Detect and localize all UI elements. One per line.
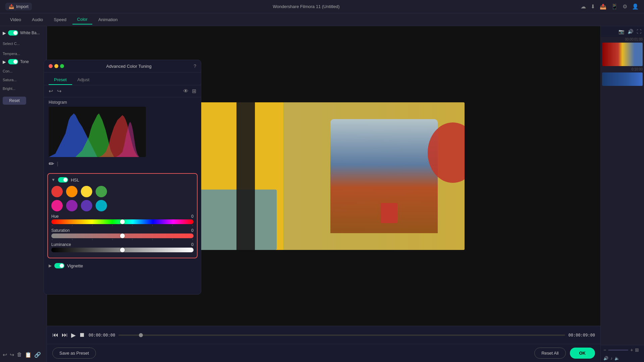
saturation-thumb[interactable] <box>120 234 125 238</box>
tone-expand-icon[interactable]: ▶ <box>3 59 6 64</box>
zoom-out-icon[interactable]: − <box>603 347 606 353</box>
fit-icon[interactable]: ⊞ <box>635 347 639 353</box>
account-icon[interactable]: 👤 <box>632 3 639 10</box>
tone-toggle[interactable] <box>8 59 18 64</box>
copy-icon[interactable]: 📋 <box>25 352 32 358</box>
brush-inactive-icon: | <box>57 161 58 166</box>
cloud-save-icon[interactable]: ☁ <box>581 3 586 10</box>
stop-button[interactable]: ⏹ <box>79 331 85 339</box>
play-button[interactable]: ▶ <box>71 331 76 339</box>
skip-back-button[interactable]: ⏮ <box>52 331 58 339</box>
tone-toggle-row: ▶ Tone <box>3 59 44 64</box>
vignette-chevron-icon[interactable]: ▶ <box>49 263 52 268</box>
download-icon[interactable]: ⬇ <box>591 3 595 10</box>
saturation-ticks <box>51 239 194 240</box>
page-root: 📥 Import Wondershare Filmora 11 (Untitle… <box>0 0 644 362</box>
color-swatches <box>51 186 194 197</box>
close-button[interactable] <box>49 64 53 68</box>
help-icon[interactable]: ? <box>194 63 196 69</box>
scrubber-handle[interactable] <box>139 333 143 337</box>
white-balance-toggle-row: ▶ White Ba... <box>3 30 44 36</box>
luminance-slider-track[interactable] <box>51 248 194 252</box>
maximize-button[interactable] <box>60 64 64 68</box>
reset-all-button[interactable]: Reset All <box>534 348 566 359</box>
redo-toolbar-icon[interactable]: ↪ <box>57 88 61 94</box>
swatch-red[interactable] <box>51 186 63 197</box>
histogram-svg <box>49 107 146 157</box>
import-icon: 📥 <box>9 4 14 9</box>
tab-animation[interactable]: Animation <box>94 15 122 24</box>
white-balance-expand-icon[interactable]: ▶ <box>3 31 6 36</box>
step-back-button[interactable]: ⏭ <box>62 331 68 339</box>
video-frame <box>183 102 465 250</box>
histogram-canvas <box>49 107 146 157</box>
hsl-toggle[interactable] <box>58 177 68 183</box>
audio-icon[interactable]: 🔊 <box>628 29 633 34</box>
zoom-controls: − + ⊞ <box>601 345 644 355</box>
tab-video[interactable]: Video <box>5 15 26 24</box>
fullscreen-icon[interactable]: ⛶ <box>637 29 641 34</box>
hue-slider-track[interactable] <box>51 219 194 224</box>
minimize-button[interactable] <box>54 64 58 68</box>
tab-speed[interactable]: Speed <box>49 15 71 24</box>
reset-button[interactable]: Reset <box>3 97 26 105</box>
undo-icon[interactable]: ↩ <box>3 352 7 358</box>
tab-color[interactable]: Color <box>72 15 92 24</box>
music-icon[interactable]: ♪ <box>610 356 612 361</box>
undo-toolbar-icon[interactable]: ↩ <box>49 88 53 94</box>
saturation-slider-row: Saturation 0 <box>51 228 194 240</box>
tab-audio[interactable]: Audio <box>27 15 48 24</box>
tab-preset[interactable]: Preset <box>49 75 72 85</box>
swatch-pink[interactable] <box>51 200 63 211</box>
tone-label: Tone <box>20 59 29 64</box>
luminance-thumb[interactable] <box>120 248 125 252</box>
hue-slider-label: Hue 0 <box>51 214 194 219</box>
hsl-chevron-icon[interactable]: ▼ <box>51 177 55 182</box>
brush-icon[interactable]: ✏ <box>49 160 54 168</box>
delete-icon[interactable]: 🗑 <box>17 352 22 358</box>
vignette-toggle[interactable] <box>54 263 64 268</box>
swatch-green[interactable] <box>96 186 107 197</box>
swatch-blue-purple[interactable] <box>81 200 92 211</box>
save-as-preset-button[interactable]: Save as Preset <box>52 348 96 359</box>
color-swatches-row2 <box>51 200 194 211</box>
video-lamp <box>236 102 255 250</box>
dialog-title: Advanced Color Tuning <box>67 64 191 69</box>
vignette-label: Vignette <box>67 263 83 268</box>
hue-thumb[interactable] <box>120 219 125 224</box>
preview-icon[interactable]: 👁 <box>183 88 189 94</box>
left-panel: ▶ White Ba... Select C... Tempera... ▶ T… <box>0 26 47 362</box>
temperature-label: Tempera... <box>3 52 44 56</box>
ok-button[interactable]: OK <box>570 348 595 359</box>
link-icon[interactable]: 🔗 <box>34 352 41 358</box>
swatch-cyan[interactable] <box>96 200 107 211</box>
timeline-scrubber[interactable] <box>118 334 565 336</box>
saturation-label: Satura... <box>3 78 44 82</box>
zoom-slider[interactable] <box>608 350 628 351</box>
brightness-label: Bright... <box>3 87 44 91</box>
settings-icon[interactable]: ⚙ <box>623 3 627 10</box>
compare-icon[interactable]: ⊞ <box>192 88 196 94</box>
zoom-in-icon[interactable]: + <box>630 347 633 353</box>
right-column: 📷 🔊 ⛶ 00:00:01:00 0:10:00 − + ⊞ <box>600 26 644 362</box>
timeline-strip: 00:00:01:00 0:10:00 <box>601 37 644 345</box>
swatch-yellow[interactable] <box>81 186 92 197</box>
import-button[interactable]: 📥 Import <box>5 3 32 10</box>
redo-icon[interactable]: ↪ <box>10 352 14 358</box>
swatch-orange[interactable] <box>66 186 77 197</box>
white-balance-toggle[interactable] <box>8 30 18 36</box>
saturation-slider-track[interactable] <box>51 234 194 238</box>
export-icon[interactable]: 📤 <box>600 3 606 10</box>
hsl-header: ▼ HSL <box>51 177 194 183</box>
dialog-window-controls <box>49 64 64 68</box>
tab-adjust[interactable]: Adjust <box>72 75 95 85</box>
dialog-toolbar: ↩ ↪ 👁 ⊞ <box>44 85 201 97</box>
mobile-icon[interactable]: 📱 <box>611 3 618 10</box>
volume-icon[interactable]: 🔊 <box>603 356 608 361</box>
contrast-label: Con... <box>3 69 44 73</box>
screenshot-icon[interactable]: 📷 <box>619 29 624 34</box>
swatch-purple[interactable] <box>66 200 77 211</box>
vignette-section: ▶ Vignette <box>44 261 201 270</box>
speaker-icon[interactable]: 🔈 <box>614 356 620 361</box>
right-col-tools: 📷 🔊 ⛶ <box>601 26 644 37</box>
